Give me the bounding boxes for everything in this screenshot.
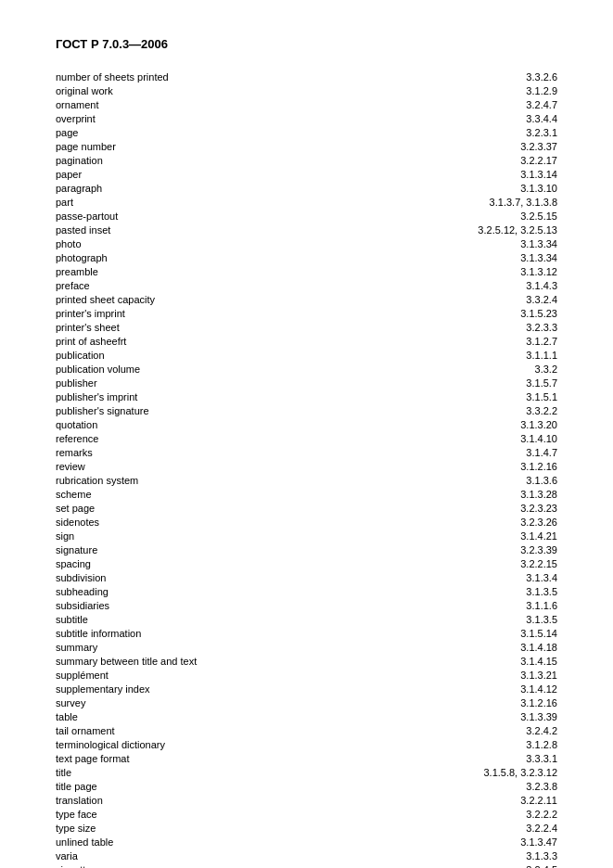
table-row: preface3.1.4.3: [56, 278, 557, 292]
ref-cell: 3.1.4.15: [407, 654, 557, 668]
term-cell: printed sheet capacity: [56, 292, 407, 306]
term-cell: set page: [56, 501, 407, 515]
term-cell: scheme: [56, 487, 407, 501]
term-cell: print of asheefrt: [56, 334, 407, 348]
term-cell: printer's sheet: [56, 320, 407, 334]
table-row: photo3.1.3.34: [56, 236, 557, 250]
term-cell: pagination: [56, 153, 407, 167]
ref-cell: 3.3.2.4: [407, 292, 557, 306]
ref-cell: 3.2.5.15: [407, 209, 557, 223]
term-cell: pasted inset: [56, 223, 407, 236]
ref-cell: 3.1.5.1: [407, 389, 557, 403]
table-row: varia3.1.3.3: [56, 849, 557, 862]
term-cell: page: [56, 125, 407, 139]
page-title: ГОСТ Р 7.0.3—2006: [56, 37, 168, 51]
term-cell: publisher's imprint: [56, 389, 407, 403]
term-cell: publisher's signature: [56, 403, 407, 417]
table-row: subdivision3.1.3.4: [56, 570, 557, 584]
ref-cell: 3.2.3.3: [407, 320, 557, 334]
table-row: translation3.2.2.11: [56, 793, 557, 807]
ref-cell: 3.1.3.39: [407, 709, 557, 723]
ref-cell: 3.3.3.1: [407, 751, 557, 765]
ref-cell: 3.1.4.18: [407, 640, 557, 654]
table-row: summary3.1.4.18: [56, 640, 557, 654]
term-cell: publication volume: [56, 362, 407, 376]
table-row: survey3.1.2.16: [56, 696, 557, 709]
ref-cell: 3.1.3.14: [407, 167, 557, 181]
table-row: remarks3.1.4.7: [56, 445, 557, 459]
table-row: signature3.2.3.39: [56, 542, 557, 556]
term-cell: photograph: [56, 250, 407, 264]
term-cell: reference: [56, 431, 407, 445]
ref-cell: 3.1.2.16: [407, 459, 557, 473]
table-row: table3.1.3.39: [56, 709, 557, 723]
header: ГОСТ Р 7.0.3—2006: [56, 37, 557, 51]
term-cell: sign: [56, 529, 407, 542]
table-row: original work3.1.2.9: [56, 83, 557, 97]
ref-cell: 3.1.4.3: [407, 278, 557, 292]
table-row: spacing3.2.2.15: [56, 556, 557, 570]
term-cell: type face: [56, 807, 407, 821]
term-cell: publication: [56, 348, 407, 362]
table-row: terminological dictionary3.1.2.8: [56, 737, 557, 751]
table-row: subtitle information3.1.5.14: [56, 626, 557, 640]
table-row: preamble3.1.3.12: [56, 264, 557, 278]
table-row: publisher's signature3.3.2.2: [56, 403, 557, 417]
ref-cell: 3.1.5.14: [407, 626, 557, 640]
table-row: sidenotes3.2.3.26: [56, 515, 557, 529]
table-row: supplément3.1.3.21: [56, 668, 557, 682]
term-cell: summary: [56, 640, 407, 654]
term-cell: title page: [56, 779, 407, 793]
table-row: pasted inset3.2.5.12, 3.2.5.13: [56, 223, 557, 236]
term-cell: unlined table: [56, 835, 407, 849]
ref-cell: 3.1.5.23: [407, 306, 557, 320]
table-row: printer's sheet3.2.3.3: [56, 320, 557, 334]
table-row: printer's imprint3.1.5.23: [56, 306, 557, 320]
table-row: tail ornament3.2.4.2: [56, 723, 557, 737]
term-cell: part: [56, 195, 407, 209]
ref-cell: 3.1.3.3: [407, 849, 557, 862]
term-cell: spacing: [56, 556, 407, 570]
ref-cell: 3.1.4.7: [407, 445, 557, 459]
term-cell: type size: [56, 821, 407, 835]
ref-cell: 3.1.3.5: [407, 584, 557, 598]
term-cell: passe-partout: [56, 209, 407, 223]
term-cell: review: [56, 459, 407, 473]
ref-cell: 3.1.3.28: [407, 487, 557, 501]
ref-cell: 3.1.1.1: [407, 348, 557, 362]
term-cell: vignette: [56, 862, 407, 868]
term-cell: terminological dictionary: [56, 737, 407, 751]
table-row: print of asheefrt3.1.2.7: [56, 334, 557, 348]
table-row: printed sheet capacity3.3.2.4: [56, 292, 557, 306]
index-table: number of sheets printed3.3.2.6original …: [56, 70, 557, 868]
term-cell: subheading: [56, 584, 407, 598]
ref-cell: 3.2.3.8: [407, 779, 557, 793]
term-cell: title: [56, 765, 407, 779]
term-cell: text page format: [56, 751, 407, 765]
ref-cell: 3.1.3.10: [407, 181, 557, 195]
table-row: page number3.2.3.37: [56, 139, 557, 153]
ref-cell: 3.2.3.23: [407, 501, 557, 515]
ref-cell: 3.2.2.15: [407, 556, 557, 570]
table-row: number of sheets printed3.3.2.6: [56, 70, 557, 83]
table-row: publication volume3.3.2: [56, 362, 557, 376]
ref-cell: 3.2.2.17: [407, 153, 557, 167]
table-row: sign3.1.4.21: [56, 529, 557, 542]
term-cell: preamble: [56, 264, 407, 278]
ref-cell: 3.1.3.4: [407, 570, 557, 584]
ref-cell: 3.2.4.2: [407, 723, 557, 737]
table-row: publisher's imprint3.1.5.1: [56, 389, 557, 403]
ref-cell: 3.2.2.2: [407, 807, 557, 821]
ref-cell: 3.1.2.9: [407, 83, 557, 97]
table-row: page3.2.3.1: [56, 125, 557, 139]
ref-cell: 3.1.4.12: [407, 682, 557, 696]
term-cell: summary between title and text: [56, 654, 407, 668]
ref-cell: 3.2.3.26: [407, 515, 557, 529]
term-cell: paragraph: [56, 181, 407, 195]
term-cell: ornament: [56, 97, 407, 111]
table-row: part3.1.3.7, 3.1.3.8: [56, 195, 557, 209]
ref-cell: 3.3.2.6: [407, 70, 557, 83]
term-cell: photo: [56, 236, 407, 250]
ref-cell: 3.1.4.21: [407, 529, 557, 542]
term-cell: number of sheets printed: [56, 70, 407, 83]
